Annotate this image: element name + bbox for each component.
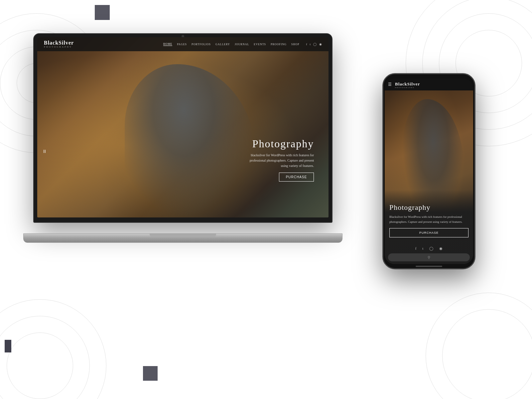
circle-bl-3 (7, 332, 73, 399)
nav-link-events[interactable]: EVENTS (254, 43, 266, 46)
circle-br-2 (442, 309, 532, 399)
phone-purchase-button[interactable]: Purchase (389, 228, 468, 237)
laptop-navbar: BlackSilver PHOTOGRAPHY HOME PAGES PORTF… (37, 37, 329, 51)
laptop-website: BlackSilver PHOTOGRAPHY HOME PAGES PORTF… (37, 37, 329, 217)
phone-social-facebook[interactable]: f (415, 246, 417, 251)
laptop-hero-text: Photography blacksilver for WordPress wi… (247, 138, 314, 182)
phone-social-twitter[interactable]: t (422, 246, 423, 251)
sq-decor-1 (95, 5, 110, 20)
phone-screen: ☰ BlackSilver PHOTOGRAPHY Photog (385, 78, 473, 264)
laptop-logo: BlackSilver PHOTOGRAPHY (44, 40, 74, 48)
nav-link-journal[interactable]: JOURNAL (235, 43, 249, 46)
sq-decor-4 (143, 366, 158, 381)
phone-hero-text: Photography Blacksilver for WordPress wi… (385, 190, 473, 264)
laptop-base (23, 233, 342, 243)
phone-logo-sub: PHOTOGRAPHY (395, 87, 420, 88)
phone-social-instagram[interactable]: ◯ (429, 246, 433, 251)
pause-icon[interactable]: ⏸ (42, 149, 47, 154)
phone-logo: BlackSilver PHOTOGRAPHY (395, 81, 420, 88)
phone-search-icon: ⚲ (428, 255, 430, 260)
nav-link-portfolios[interactable]: PORTFOLIOS (192, 43, 211, 46)
hamburger-icon[interactable]: ☰ (388, 82, 392, 87)
circle-br-1 (426, 293, 532, 399)
nav-link-pages[interactable]: PAGES (177, 43, 187, 46)
phone-body: ☰ BlackSilver PHOTOGRAPHY Photog (382, 73, 475, 269)
phone-navbar: ☰ BlackSilver PHOTOGRAPHY (385, 78, 473, 90)
nav-link-proofing[interactable]: PROOFING (271, 43, 287, 46)
laptop-logo-sub: PHOTOGRAPHY (44, 46, 74, 48)
laptop-hero-description: blacksilver for WordPress with rich feat… (247, 153, 314, 169)
circle-bl-2 (0, 316, 90, 399)
laptop-social-behance[interactable]: ◉ (319, 43, 322, 46)
laptop-body: BlackSilver PHOTOGRAPHY HOME PAGES PORTF… (33, 33, 332, 223)
sq-decor-3 (5, 340, 11, 352)
laptop-notch (150, 234, 216, 237)
phone-hero-title: Photography (389, 203, 468, 212)
laptop-social-instagram[interactable]: ◯ (313, 43, 317, 46)
nav-link-gallery[interactable]: GALLERY (215, 43, 230, 46)
laptop-logo-name: BlackSilver (44, 40, 74, 46)
phone-home-bar (416, 266, 442, 267)
phone-search-bar[interactable]: ⚲ (388, 253, 470, 261)
nav-link-shop[interactable]: SHOP (291, 43, 299, 46)
phone-website: ☰ BlackSilver PHOTOGRAPHY Photog (385, 78, 473, 264)
circle-bl-1 (0, 299, 106, 399)
phone-logo-name: BlackSilver (395, 81, 420, 86)
laptop-social-icons: f t ◯ ◉ (306, 43, 322, 46)
phone-social-behance[interactable]: ◉ (439, 246, 443, 251)
phone-social-row: f t ◯ ◉ (385, 246, 473, 251)
laptop-screen: BlackSilver PHOTOGRAPHY HOME PAGES PORTF… (37, 37, 329, 217)
phone-device: ☰ BlackSilver PHOTOGRAPHY Photog (382, 73, 475, 269)
laptop-device: BlackSilver PHOTOGRAPHY HOME PAGES PORTF… (33, 33, 332, 243)
laptop-social-twitter[interactable]: t (310, 43, 311, 46)
laptop-purchase-button[interactable]: Purchase (279, 173, 314, 182)
phone-content: Photography Blacksilver for WordPress wi… (385, 90, 473, 264)
laptop-nav-links: HOME PAGES PORTFOLIOS GALLERY JOURNAL EV… (163, 43, 300, 46)
laptop-social-facebook[interactable]: f (306, 43, 307, 46)
phone-hero-description: Blacksilver for WordPress with rich feat… (389, 214, 468, 224)
laptop-hero-title: Photography (247, 138, 314, 150)
nav-link-home[interactable]: HOME (163, 43, 173, 46)
